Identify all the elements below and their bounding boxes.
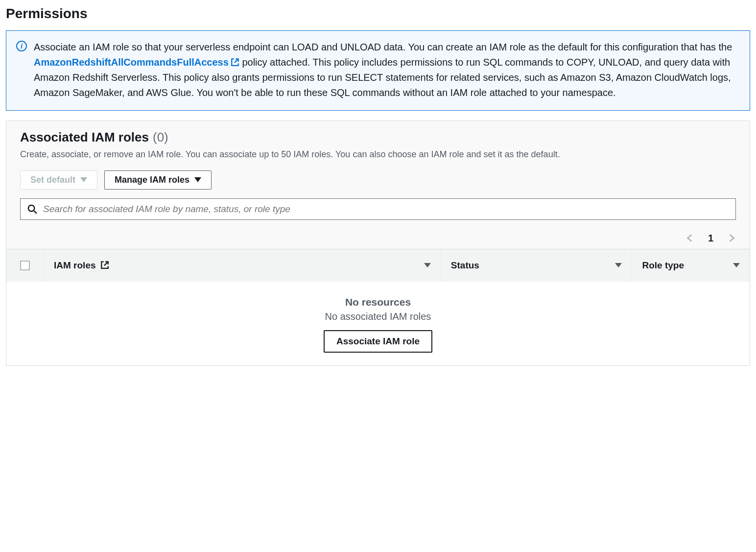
info-banner-text: Associate an IAM role so that your serve… (34, 40, 740, 100)
panel-title-row: Associated IAM roles (0) (20, 130, 736, 145)
sort-icon (615, 263, 622, 267)
search-input[interactable] (43, 204, 729, 215)
info-text-before: Associate an IAM role so that your serve… (34, 42, 732, 52)
column-status-label: Status (451, 260, 479, 271)
set-default-label: Set default (30, 175, 75, 185)
external-link-icon (231, 58, 239, 67)
svg-point-0 (28, 205, 35, 212)
panel-count: (0) (153, 130, 168, 145)
manage-iam-roles-label: Manage IAM roles (115, 175, 189, 185)
external-link-icon (100, 261, 109, 269)
panel-header: Associated IAM roles (0) Create, associa… (6, 121, 750, 226)
policy-link-label: AmazonRedshiftAllCommandsFullAccess (34, 57, 229, 68)
column-header-iam-roles[interactable]: IAM roles (44, 249, 441, 282)
policy-link[interactable]: AmazonRedshiftAllCommandsFullAccess (34, 57, 239, 68)
search-wrap[interactable] (20, 198, 736, 220)
sort-icon (733, 263, 740, 267)
column-header-status[interactable]: Status (441, 249, 632, 282)
set-default-button: Set default (20, 170, 97, 190)
pager-current: 1 (708, 233, 713, 244)
empty-subtitle: No associated IAM roles (16, 311, 740, 322)
panel-title: Associated IAM roles (20, 130, 149, 145)
info-icon-wrap: i (16, 40, 27, 100)
panel-description: Create, associate, or remove an IAM role… (20, 148, 736, 162)
table-header-row: IAM roles Status Role type (6, 249, 750, 282)
empty-title: No resources (16, 296, 740, 308)
search-icon (27, 204, 37, 214)
empty-state: No resources No associated IAM roles Ass… (6, 282, 750, 365)
panel-button-row: Set default Manage IAM roles (20, 170, 736, 190)
manage-iam-roles-button[interactable]: Manage IAM roles (104, 170, 212, 190)
pager-next-icon[interactable] (727, 234, 736, 242)
info-icon: i (16, 41, 27, 51)
iam-roles-panel: Associated IAM roles (0) Create, associa… (6, 120, 750, 366)
associate-iam-role-button[interactable]: Associate IAM role (324, 330, 432, 353)
column-role-type-label: Role type (642, 260, 684, 271)
pager-prev-icon[interactable] (685, 234, 694, 242)
pagination: 1 (6, 226, 750, 249)
caret-down-icon (194, 177, 201, 182)
page-title: Permissions (6, 6, 750, 22)
caret-down-icon (80, 177, 87, 182)
info-banner: i Associate an IAM role so that your ser… (6, 30, 750, 111)
select-all-checkbox[interactable] (20, 261, 30, 270)
column-header-role-type[interactable]: Role type (632, 249, 750, 282)
sort-icon (424, 263, 431, 267)
column-iam-roles-label: IAM roles (54, 260, 96, 270)
select-all-cell[interactable] (6, 249, 44, 282)
